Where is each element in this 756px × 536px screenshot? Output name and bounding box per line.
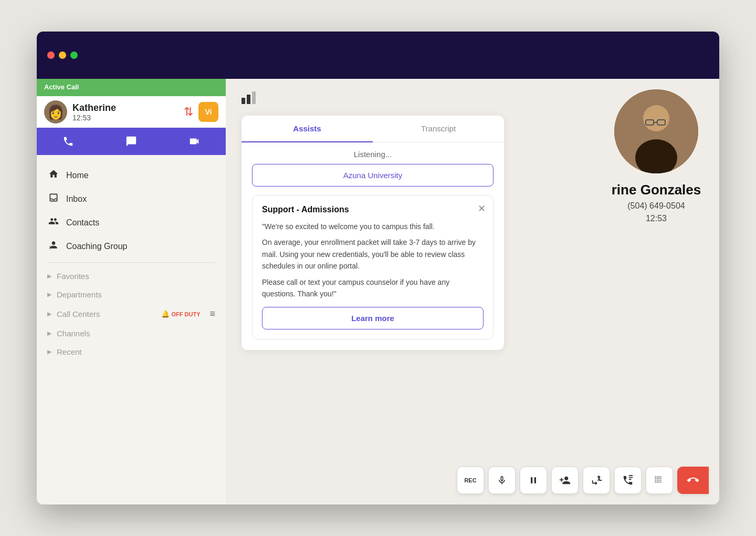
sidebar-item-departments-label: Departments: [57, 290, 102, 299]
pause-button[interactable]: [520, 467, 547, 494]
sidebar-item-recent-label: Recent: [57, 347, 82, 356]
caller-info: 👩 Katherine 12:53 ⇅ Vi: [37, 96, 226, 128]
active-call-label: Active Call: [44, 83, 218, 91]
app-window: Active Call 👩 Katherine 12:53 ⇅ Vi: [37, 32, 719, 504]
minimize-button[interactable]: [59, 51, 66, 59]
svg-rect-1: [242, 98, 245, 104]
university-box[interactable]: Azuna University: [252, 164, 494, 187]
caller-name: Katherine: [72, 102, 116, 114]
caller-avatar: 👩: [44, 100, 67, 123]
support-text-2: On average, your enrollment packet will …: [262, 236, 484, 272]
contact-time: 12:53: [593, 214, 719, 223]
call-actions: [37, 128, 226, 155]
sidebar-item-inbox-label: Inbox: [66, 194, 87, 204]
tabs-row: Assists Transcript: [242, 116, 504, 142]
chat-button[interactable]: [100, 128, 163, 155]
traffic-lights: [47, 51, 78, 59]
inbox-icon: [47, 192, 60, 205]
sidebar-item-contacts[interactable]: Contacts: [37, 211, 226, 234]
hamburger-icon: ≡: [209, 308, 215, 319]
sidebar-item-home[interactable]: Home: [37, 163, 226, 187]
listening-text: Listening...: [242, 142, 504, 164]
svg-rect-2: [247, 95, 250, 104]
contacts-icon: [47, 216, 60, 229]
recent-chevron: ▶: [47, 348, 51, 355]
caller-details: Katherine 12:53: [72, 102, 116, 122]
mute-button[interactable]: [488, 467, 516, 494]
transfer-button[interactable]: [583, 467, 610, 494]
sidebar-item-call-centers-label: Call Centers: [57, 310, 100, 318]
contact-name: rine Gonzales: [593, 182, 719, 198]
contact-avatar: [614, 89, 698, 173]
off-duty-text: OFF DUTY: [171, 311, 200, 317]
bell-icon: 🔔: [161, 310, 170, 318]
svg-rect-3: [252, 91, 256, 104]
svg-rect-0: [49, 246, 51, 250]
tab-assists[interactable]: Assists: [242, 116, 373, 142]
sidebar-item-recent[interactable]: ▶ Recent: [37, 343, 226, 361]
support-card-title: Support - Admissions: [262, 205, 484, 214]
nav-divider: [47, 262, 215, 263]
off-duty-badge: 🔔 OFF DUTY: [161, 310, 200, 318]
close-support-card-button[interactable]: ✕: [478, 203, 486, 214]
sidebar-item-call-centers[interactable]: ▶ Call Centers 🔔 OFF DUTY ≡: [37, 304, 226, 324]
sidebar: Active Call 👩 Katherine 12:53 ⇅ Vi: [37, 79, 226, 504]
caller-time: 12:53: [72, 114, 116, 122]
sidebar-item-departments[interactable]: ▶ Departments: [37, 285, 226, 304]
home-icon: [47, 169, 60, 182]
departments-chevron: ▶: [47, 291, 51, 298]
sidebar-item-coaching-group[interactable]: Coaching Group: [37, 234, 226, 258]
sidebar-item-favorites[interactable]: ▶ Favorites: [37, 267, 226, 285]
contact-phone: (504) 649-0504: [593, 201, 719, 211]
app-body: Active Call 👩 Katherine 12:53 ⇅ Vi: [37, 79, 719, 504]
tab-transcript[interactable]: Transcript: [373, 116, 504, 142]
learn-more-button[interactable]: Learn more: [262, 307, 484, 329]
vi-badge: Vi: [198, 102, 218, 122]
video-button[interactable]: [163, 128, 226, 155]
active-call-banner: Active Call: [37, 79, 226, 96]
support-card: Support - Admissions ✕ "We're so excited…: [252, 195, 494, 339]
favorites-chevron: ▶: [47, 273, 51, 280]
nav-menu: Home Inbox Contacts: [37, 155, 226, 369]
rec-label: REC: [464, 477, 476, 483]
support-text-1: "We're so excited to welcome you to camp…: [262, 221, 484, 232]
main-content: Assists Transcript Listening... Azuna Un…: [226, 79, 719, 504]
sidebar-item-favorites-label: Favorites: [57, 272, 89, 281]
keypad-button[interactable]: [646, 467, 673, 494]
channels-chevron: ▶: [47, 330, 51, 337]
svg-point-5: [643, 105, 669, 131]
caller-right: ⇅ Vi: [184, 102, 218, 122]
sidebar-item-inbox[interactable]: Inbox: [37, 187, 226, 211]
sidebar-item-contacts-label: Contacts: [66, 218, 99, 228]
phone-button[interactable]: [37, 128, 100, 155]
rec-button[interactable]: REC: [457, 467, 484, 494]
end-call-button[interactable]: [677, 467, 709, 494]
titlebar: [37, 32, 719, 79]
sidebar-item-coaching-group-label: Coaching Group: [66, 242, 128, 251]
assists-panel: Assists Transcript Listening... Azuna Un…: [242, 116, 504, 350]
add-user-button[interactable]: [551, 467, 579, 494]
sidebar-item-channels[interactable]: ▶ Channels: [37, 324, 226, 343]
call-centers-chevron: ▶: [47, 311, 51, 317]
sidebar-item-channels-label: Channels: [57, 329, 90, 338]
call-log-button[interactable]: [614, 467, 642, 494]
bottom-toolbar: REC: [457, 467, 709, 494]
support-text-3: Please call or text your campus counselo…: [262, 276, 484, 300]
caller-left: 👩 Katherine 12:53: [44, 100, 116, 123]
close-button[interactable]: [47, 51, 55, 59]
coaching-group-icon: [47, 240, 60, 253]
maximize-button[interactable]: [70, 51, 78, 59]
swap-icon[interactable]: ⇅: [184, 105, 193, 119]
contact-panel: rine Gonzales (504) 649-0504 12:53: [593, 89, 719, 223]
sidebar-item-home-label: Home: [66, 171, 89, 180]
